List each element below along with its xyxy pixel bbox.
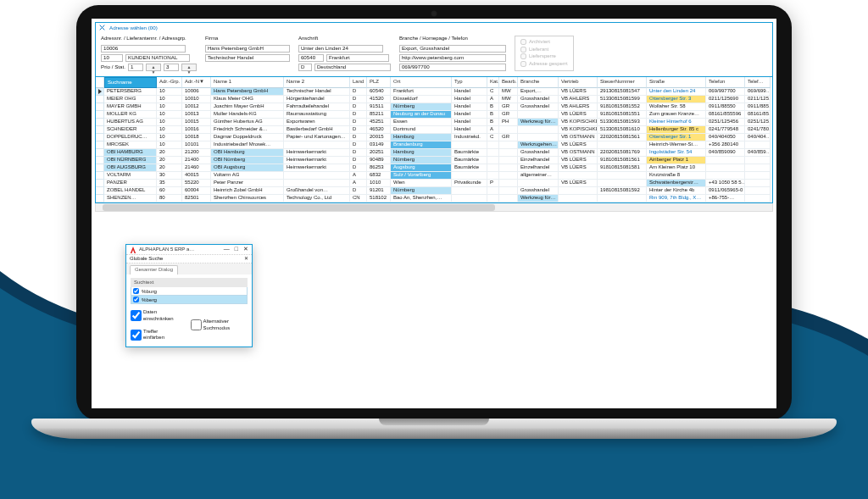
cell-plz: 45251 xyxy=(367,119,391,126)
col-ort[interactable]: Ort xyxy=(391,77,452,89)
col-plz[interactable]: PLZ xyxy=(367,77,391,89)
col-vertrieb[interactable]: Vertrieb xyxy=(559,77,598,89)
window-close-button[interactable] xyxy=(98,24,106,31)
cell-such: SHENZEN… xyxy=(104,195,157,202)
cell-branche: Grosshandel xyxy=(518,149,559,157)
row-selector[interactable] xyxy=(96,164,104,172)
popup-section-close-icon[interactable]: ✕ xyxy=(244,256,248,263)
table-row[interactable]: MOLLER KG1010013Moller Handels-KGRaumaus… xyxy=(96,111,772,119)
table-row[interactable]: MAYER GMBH1010012Joachim Mayer GmbHFahrr… xyxy=(96,103,772,111)
row-selector[interactable] xyxy=(96,172,104,180)
opt-daten-einschraenken[interactable]: Daten einschränken xyxy=(131,309,181,322)
col-bearb[interactable]: Bearb. xyxy=(499,77,518,89)
col-branche[interactable]: Branche xyxy=(518,77,559,89)
col-telefon[interactable]: Telefon xyxy=(706,77,745,89)
input-branche[interactable]: Export, Grosshandel xyxy=(399,45,506,53)
popup-tab-gesamter-dialog[interactable]: Gesamter Dialog xyxy=(130,265,178,274)
input-land-code[interactable]: D xyxy=(298,64,312,71)
col-typ[interactable]: Typ xyxy=(452,77,487,89)
table-row[interactable]: VOLTARM3040015Voltarm AGA6832Sulz / Vora… xyxy=(96,172,772,180)
input-street[interactable]: Unter den Linden 24 xyxy=(298,45,383,53)
row-selector[interactable] xyxy=(96,149,104,157)
row-selector[interactable] xyxy=(96,96,104,103)
input-adressgrp-nr[interactable]: 10 xyxy=(101,54,123,62)
row-selector[interactable] xyxy=(96,134,104,141)
table-row[interactable]: OBI AUGSBURG2021460OBI AugsburgHeimwerke… xyxy=(96,164,772,172)
check-adresse-gesperrt[interactable]: Adresse gesperrt xyxy=(520,61,568,68)
cell-grp: 30 xyxy=(157,172,182,180)
row-selector[interactable] xyxy=(96,88,104,96)
col-land[interactable]: Land xyxy=(350,77,367,89)
row-selector[interactable] xyxy=(96,187,104,195)
col-name1[interactable]: Name 1 xyxy=(211,77,284,89)
cell-bearb xyxy=(499,187,518,195)
table-row[interactable]: PANZER3555220Peter PanzerA1010WienPrivat… xyxy=(96,180,772,187)
opt-alt-suchmodus[interactable]: Alternativer Suchmodus xyxy=(191,309,248,341)
table-row[interactable]: PETERSBERG1010006Hans Petersberg GmbHTec… xyxy=(96,88,772,96)
check-archiviert[interactable]: Archiviert xyxy=(520,39,568,46)
cell-bearb: GR xyxy=(499,134,518,141)
input-firma2[interactable]: Technischer Handel xyxy=(205,54,290,62)
table-row[interactable]: OBI HAMBURG2021200OBI HamburgHeimwerkerm… xyxy=(96,149,772,157)
col-adrgrp[interactable]: Adr.-Grp. ▲ xyxy=(157,77,182,89)
stepper-prio[interactable]: ▲▼ xyxy=(146,64,161,71)
window-title: Adresse wählen (00) xyxy=(109,25,158,31)
table-row[interactable]: MEIER OHG1010010Klaus Meier OHGHörgeräte… xyxy=(96,96,772,103)
cell-kat xyxy=(487,141,499,149)
search-term-row[interactable]: %berg xyxy=(131,296,248,304)
cell-kat: A xyxy=(487,126,499,134)
input-land-name[interactable]: Deutschland xyxy=(314,64,391,71)
input-prio[interactable]: 1 xyxy=(128,64,143,71)
input-telefon[interactable]: 069/997700 xyxy=(399,64,506,71)
input-adressgrp-name[interactable]: KUNDEN NATIONAL xyxy=(125,54,190,62)
row-selector[interactable] xyxy=(96,157,104,164)
table-row[interactable]: ZOBEL HANDEL6060004Heinrich Zobel GmbHGr… xyxy=(96,187,772,195)
col-name2[interactable]: Name 2 xyxy=(284,77,350,89)
cell-nr: 21400 xyxy=(182,157,211,164)
table-row[interactable]: DOPPELDRUC…1010018Dagmar DoppeldruckPapi… xyxy=(96,134,772,141)
row-selector[interactable] xyxy=(96,180,104,187)
input-homepage[interactable]: http://www.petersberg.com xyxy=(399,54,506,62)
check-lieferant[interactable]: Lieferant xyxy=(520,47,568,53)
table-row[interactable]: SHENZEN…8082501Shenzhen ChinsourcesTechn… xyxy=(96,195,772,202)
table-row[interactable]: HUBERTUS AG1010015Günther Hubertus AGExp… xyxy=(96,119,772,126)
col-adrnr[interactable]: Adr.-N▼ xyxy=(182,77,211,89)
cell-n1: Industriebedarf Mrosek… xyxy=(211,141,284,149)
cell-branche: Grosshandel xyxy=(518,103,559,111)
table-row[interactable]: SCHNEIDER1010016Friedrich Schneider &…Ba… xyxy=(96,126,772,134)
row-selector[interactable] xyxy=(96,103,104,111)
horizontal-scrollbar[interactable] xyxy=(95,203,773,212)
cell-tel: 040/404050 xyxy=(706,134,745,141)
row-selector[interactable] xyxy=(96,141,104,149)
row-selector[interactable] xyxy=(96,119,104,126)
stepper-stat[interactable]: ▲▼ xyxy=(181,64,197,71)
cell-nr: 10015 xyxy=(182,119,211,126)
table-row[interactable]: MROSEK1010101Industriebedarf Mrosek…D031… xyxy=(96,141,772,149)
cell-n1: Moller Handels-KG xyxy=(211,111,284,119)
popup-close-button[interactable]: ✕ xyxy=(243,246,248,253)
input-firma1[interactable]: Hans Petersberg GmbH xyxy=(205,45,290,53)
search-term-check[interactable] xyxy=(133,297,139,302)
row-selector[interactable] xyxy=(96,111,104,119)
col-suchname[interactable]: Suchname xyxy=(104,77,157,89)
col-telefon2[interactable]: Telef… xyxy=(745,77,771,89)
input-ort[interactable]: Frankfurt xyxy=(326,54,389,62)
popup-maximize-button[interactable]: □ xyxy=(235,246,238,253)
input-plz[interactable]: 60540 xyxy=(298,54,324,62)
popup-minimize-button[interactable]: — xyxy=(224,246,230,253)
input-adressnr[interactable]: 10006 xyxy=(101,45,186,53)
search-term-row[interactable]: %burg xyxy=(131,287,248,296)
cell-tel: 08161/855596 xyxy=(706,111,745,119)
cell-such: ZOBEL HANDEL xyxy=(104,187,157,195)
cell-steuer: 91810815081552 xyxy=(598,103,647,111)
check-liefersperre[interactable]: Liefersperre xyxy=(520,53,568,60)
col-strasse[interactable]: Straße xyxy=(647,77,706,89)
row-selector[interactable] xyxy=(96,195,104,202)
row-selector[interactable] xyxy=(96,126,104,134)
col-kat[interactable]: Kat. xyxy=(487,77,499,89)
col-steuernummer[interactable]: SteuerNummer xyxy=(598,77,647,89)
input-stat[interactable]: 3 xyxy=(164,64,179,71)
table-row[interactable]: OBI NÜRNBERG2021400OBI NürnbergHeimwerke… xyxy=(96,157,772,164)
opt-treffer-einfaerben[interactable]: Treffer einfärben xyxy=(131,329,181,341)
search-term-check[interactable] xyxy=(133,288,139,294)
